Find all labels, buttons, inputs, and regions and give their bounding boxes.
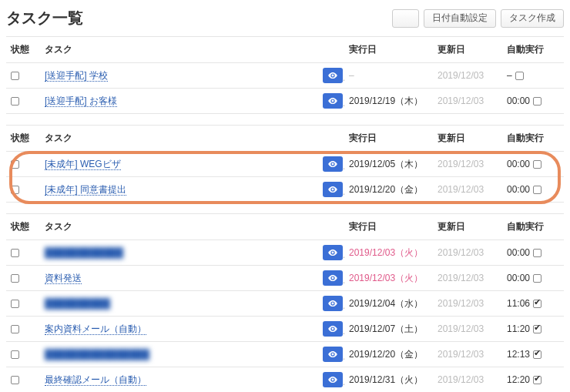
view-button[interactable] [323, 270, 343, 286]
status-header: 状態 [6, 214, 40, 240]
status-checkbox[interactable] [11, 300, 19, 308]
auto-exec-cell: – [502, 63, 564, 89]
exec-header: 実行日 [344, 126, 433, 152]
auto-exec-checkbox[interactable] [533, 160, 542, 169]
eye-icon [327, 184, 338, 195]
status-header: 状態 [6, 126, 40, 152]
view-button[interactable] [323, 347, 343, 362]
auto-exec-checkbox[interactable] [533, 274, 542, 283]
updated-header: 更新日 [433, 126, 502, 152]
view-button[interactable] [323, 182, 343, 197]
table-row: ████████████2019/12/03（火）2019/12/0300:00 [6, 240, 564, 266]
status-checkbox[interactable] [11, 186, 19, 194]
create-task-button[interactable]: タスク作成 [501, 9, 564, 28]
eye-icon [327, 70, 338, 81]
auto-exec-cell: 12:20 [502, 367, 564, 393]
task-link[interactable]: [未成年] WEGビザ [45, 159, 121, 170]
eye-icon [327, 159, 338, 169]
status-checkbox[interactable] [11, 376, 19, 384]
auto-exec-checkbox[interactable] [533, 97, 542, 106]
exec-date: 2019/12/03（火） [344, 266, 433, 291]
auto-exec-checkbox[interactable] [533, 186, 542, 194]
updated-date: 2019/12/03 [433, 152, 502, 177]
auto-header: 自動実行 [502, 126, 564, 152]
updated-date: 2019/12/03 [433, 177, 502, 203]
eye-icon [327, 323, 338, 334]
task-link[interactable]: 最終確認メール（自動） [45, 374, 146, 386]
task-table: 状態タスク実行日更新日自動実行[未成年] WEGビザ2019/12/05（木）2… [6, 125, 564, 203]
status-checkbox[interactable] [11, 274, 19, 283]
status-checkbox[interactable] [11, 72, 19, 80]
auto-exec-cell: 12:13 [502, 342, 564, 367]
status-checkbox[interactable] [11, 325, 19, 333]
task-link[interactable]: [送迎手配] お客様 [45, 95, 117, 107]
exec-header: 実行日 [344, 37, 433, 63]
updated-header: 更新日 [433, 37, 502, 63]
status-checkbox[interactable] [11, 160, 19, 169]
status-checkbox[interactable] [11, 249, 19, 257]
auto-exec-checkbox[interactable] [533, 350, 542, 359]
auto-exec-checkbox[interactable] [533, 376, 542, 384]
view-button[interactable] [323, 93, 343, 109]
task-link[interactable]: ████████████████ [45, 349, 149, 360]
task-table: 状態タスク実行日更新日自動実行████████████2019/12/03（火）… [6, 213, 564, 392]
auto-exec-cell: 11:06 [502, 291, 564, 317]
auto-exec-checkbox[interactable] [533, 249, 542, 257]
task-link[interactable]: ████████████ [45, 247, 123, 259]
auto-date-button[interactable]: 日付自動設定 [424, 9, 496, 28]
exec-header: 実行日 [344, 214, 433, 240]
view-button[interactable] [323, 156, 343, 172]
table-row: [送迎手配] お客様2019/12/19（木）2019/12/0300:00 [6, 89, 564, 114]
table-row: 案内資料メール（自動）2019/12/07（土）2019/12/0311:20 [6, 317, 564, 342]
eye-icon [327, 273, 338, 283]
task-link[interactable]: ██████████ [45, 298, 110, 310]
eye-icon [327, 95, 338, 106]
eye-icon [327, 298, 338, 309]
updated-date: 2019/12/03 [433, 63, 502, 89]
auto-exec-checkbox[interactable] [533, 300, 542, 308]
header-button-blurred[interactable] [392, 9, 419, 28]
updated-date: 2019/12/03 [433, 89, 502, 114]
task-link[interactable]: [未成年] 同意書提出 [45, 184, 126, 196]
status-checkbox[interactable] [11, 350, 19, 359]
auto-exec-cell: 00:00 [502, 177, 564, 203]
table-row: [未成年] 同意書提出2019/12/20（金）2019/12/0300:00 [6, 177, 564, 203]
eye-icon [327, 349, 338, 360]
auto-header: 自動実行 [502, 37, 564, 63]
task-link[interactable]: [送迎手配] 学校 [45, 70, 108, 82]
view-button[interactable] [323, 372, 343, 387]
exec-date: 2019/12/31（火） [344, 367, 433, 393]
page-title: タスク一覧 [6, 8, 387, 28]
exec-date: 2019/12/20（金） [344, 177, 433, 203]
exec-date: 2019/12/03（火） [344, 240, 433, 266]
view-button[interactable] [323, 296, 343, 311]
status-header: 状態 [6, 37, 40, 63]
updated-date: 2019/12/03 [433, 317, 502, 342]
view-button[interactable] [323, 321, 343, 337]
status-checkbox[interactable] [11, 97, 19, 106]
exec-date: 2019/12/20（金） [344, 342, 433, 367]
exec-date: 2019/12/19（木） [344, 89, 433, 114]
blurred-text [401, 13, 411, 24]
updated-date: 2019/12/03 [433, 266, 502, 291]
view-button[interactable] [323, 245, 343, 260]
table-row: ████████████████2019/12/20（金）2019/12/031… [6, 342, 564, 367]
table-row: 最終確認メール（自動）2019/12/31（火）2019/12/0312:20 [6, 367, 564, 393]
task-header: タスク [40, 126, 318, 152]
exec-date: 2019/12/07（土） [344, 317, 433, 342]
table-row: [未成年] WEGビザ2019/12/05（木）2019/12/0300:00 [6, 152, 564, 177]
updated-header: 更新日 [433, 214, 502, 240]
exec-date: 2019/12/05（木） [344, 152, 433, 177]
auto-exec-checkbox[interactable] [533, 325, 542, 333]
view-button[interactable] [323, 68, 343, 83]
auto-header: 自動実行 [502, 214, 564, 240]
table-row: [送迎手配] 学校–2019/12/03– [6, 63, 564, 89]
auto-exec-cell: 00:00 [502, 266, 564, 291]
exec-date: 2019/12/04（水） [344, 291, 433, 317]
updated-date: 2019/12/03 [433, 240, 502, 266]
task-link[interactable]: 案内資料メール（自動） [45, 323, 146, 335]
task-link[interactable]: 資料発送 [45, 273, 82, 284]
task-table: 状態タスク実行日更新日自動実行[送迎手配] 学校–2019/12/03–[送迎手… [6, 36, 564, 114]
auto-exec-checkbox[interactable] [515, 72, 524, 80]
auto-exec-cell: 00:00 [502, 240, 564, 266]
